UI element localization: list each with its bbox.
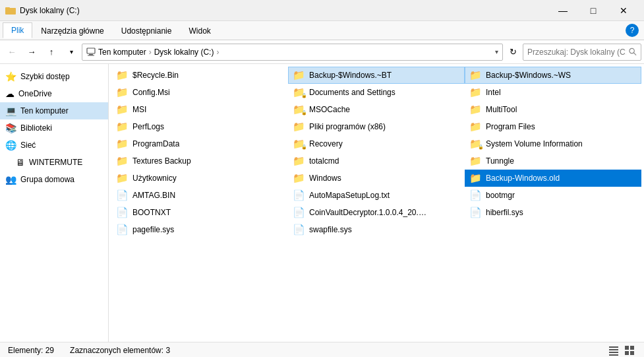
file-item-perflogs[interactable]: 📁 PerfLogs	[111, 118, 288, 135]
address-crumb-root[interactable]: Ten komputer	[98, 48, 146, 57]
computer-sidebar-icon: 💻	[5, 106, 16, 116]
address-bar[interactable]: Ten komputer › Dysk lokalny (C:) › ▾	[82, 44, 503, 61]
file-name: totalcmd	[309, 156, 339, 166]
sidebar-item-computer[interactable]: 💻 Ten komputer	[0, 102, 108, 119]
file-name: Program Files	[486, 122, 535, 131]
file-item-automapa-log[interactable]: 📄 AutoMapaSetupLog.txt	[288, 187, 465, 204]
file-item-bootnxt[interactable]: 📄 BOOTNXT	[111, 204, 288, 221]
file-name: Windows	[309, 174, 341, 183]
sidebar-item-libraries[interactable]: 📚 Biblioteki	[0, 119, 108, 137]
address-sep-1: ›	[149, 48, 152, 57]
file-item-programdata[interactable]: 📁 ProgramData	[111, 135, 288, 152]
svg-rect-4	[88, 55, 94, 55]
svg-rect-11	[625, 346, 629, 350]
homegroup-icon: 👥	[5, 174, 16, 185]
address-crumb-drive[interactable]: Dysk lokalny (C:)	[154, 48, 214, 57]
up-button[interactable]: ↑	[42, 43, 61, 61]
search-bar[interactable]	[523, 44, 641, 61]
view-tiles-button[interactable]	[623, 344, 636, 357]
file-item-config-msi[interactable]: 📁 Config.Msi	[111, 84, 288, 101]
file-item-coinvault[interactable]: 📄 CoinVaultDecryptor.1.0.0.4_20.04.20...	[288, 204, 465, 221]
svg-rect-9	[609, 352, 618, 353]
file-item-bootmgr[interactable]: 📄 bootmgr	[465, 187, 641, 204]
refresh-button[interactable]: ↻	[504, 44, 521, 61]
file-name: $Recycle.Bin	[132, 71, 179, 80]
file-item-pagefile[interactable]: 📄 pagefile.sys	[111, 221, 288, 238]
file-icon: 📄	[116, 224, 129, 236]
folder-icon: 📁	[116, 138, 129, 150]
file-item-documents-settings[interactable]: 📁🔒 Documents and Settings	[288, 84, 465, 101]
file-item-backup-ws[interactable]: 📁 Backup-$Windows.~WS	[465, 67, 641, 84]
file-item-windows[interactable]: 📁 Windows	[288, 170, 465, 187]
network-icon: 🌐	[5, 140, 16, 150]
sidebar-item-network[interactable]: 🌐 Sieć	[0, 137, 108, 154]
tab-widok[interactable]: Widok	[180, 23, 219, 38]
sidebar-item-wintermute[interactable]: 🖥 WINTERMUTE	[0, 154, 108, 171]
file-item-tunngle[interactable]: 📁 Tunngle	[465, 152, 641, 170]
file-icon: 📄	[469, 189, 482, 201]
file-name: Textures Backup	[132, 156, 191, 166]
file-item-msi[interactable]: 📁 MSI	[111, 101, 288, 118]
address-sep-2: ›	[216, 48, 219, 57]
file-name: Documents and Settings	[309, 88, 395, 97]
file-name: Config.Msi	[132, 88, 170, 97]
file-icon: 📄	[293, 189, 305, 201]
file-item-uzytkownicy[interactable]: 📁 Użytkownicy	[111, 170, 288, 187]
main-layout: ⭐ Szybki dostęp ☁ OneDrive 💻 Ten kompute…	[0, 64, 644, 342]
minimize-button[interactable]: —	[548, 0, 578, 21]
file-item-backup-bt[interactable]: 📁 Backup-$Windows.~BT	[288, 67, 465, 84]
folder-icon: 📁	[116, 121, 129, 133]
file-item-recovery[interactable]: 📁🔒 Recovery	[288, 135, 465, 152]
tab-plik[interactable]: Plik	[3, 22, 32, 38]
search-input[interactable]	[527, 48, 626, 57]
file-item-textures-backup[interactable]: 📁 Textures Backup	[111, 152, 288, 170]
file-name: MSOCache	[309, 105, 350, 114]
folder-icon: 📁	[469, 104, 482, 115]
back-button[interactable]: ←	[3, 43, 21, 61]
file-item-sysvolinfo[interactable]: 📁🔒 System Volume Information	[465, 135, 641, 152]
file-name: Backup-$Windows.~BT	[309, 71, 392, 80]
ribbon: Plik Narzędzia główne Udostępnianie Wido…	[0, 21, 644, 40]
file-item-backup-windows-old[interactable]: 📁 Backup-Windows.old	[465, 170, 641, 187]
file-name: swapfile.sys	[309, 225, 352, 234]
file-item-hiberfil[interactable]: 📄 hiberfil.sys	[465, 204, 641, 221]
sidebar-item-onedrive[interactable]: ☁ OneDrive	[0, 85, 108, 102]
tiles-icon	[624, 345, 635, 356]
file-item-amtag[interactable]: 📄 AMTAG.BIN	[111, 187, 288, 204]
file-item-pliki-programow[interactable]: 📁 Pliki programów (x86)	[288, 118, 465, 135]
address-dropdown-button[interactable]: ▾	[495, 48, 498, 55]
tab-narzedzia[interactable]: Narzędzia główne	[32, 23, 112, 38]
svg-rect-10	[609, 354, 618, 356]
file-name: Backup-Windows.old	[486, 174, 560, 183]
sidebar: ⭐ Szybki dostęp ☁ OneDrive 💻 Ten kompute…	[0, 64, 109, 342]
folder-icon: 📁	[469, 86, 482, 98]
file-item-multitool[interactable]: 📁 MultiTool	[465, 101, 641, 118]
file-name: MSI	[132, 105, 146, 114]
folder-icon: 📁	[293, 155, 305, 167]
help-button[interactable]: ?	[626, 24, 639, 37]
computer-icon	[86, 48, 96, 57]
folder-icon: 📁	[116, 172, 129, 184]
file-item-totalcmd[interactable]: 📁 totalcmd	[288, 152, 465, 170]
maximize-button[interactable]: □	[578, 0, 608, 21]
star-icon: ⭐	[5, 71, 16, 82]
file-item-recycle-bin[interactable]: 📁 $Recycle.Bin	[111, 67, 288, 84]
file-item-program-files[interactable]: 📁 Program Files	[465, 118, 641, 135]
status-view-controls	[607, 344, 636, 357]
tab-udostepnianie[interactable]: Udostępnianie	[113, 23, 181, 38]
folder-icon: 📁	[116, 155, 129, 167]
recent-button[interactable]: ▾	[62, 43, 80, 61]
file-name: Recovery	[309, 139, 343, 148]
folder-highlight-icon: 📁	[469, 172, 482, 184]
forward-button[interactable]: →	[22, 43, 41, 61]
folder-locked-icon-3: 📁🔒	[293, 138, 305, 150]
view-details-button[interactable]	[607, 344, 620, 357]
close-button[interactable]: ✕	[608, 0, 639, 21]
sidebar-item-quick-access[interactable]: ⭐ Szybki dostęp	[0, 68, 108, 85]
file-item-intel[interactable]: 📁 Intel	[465, 84, 641, 101]
folder-icon: 📁	[293, 121, 305, 133]
file-item-msocache[interactable]: 📁🔒 MSOCache	[288, 101, 465, 118]
search-icon	[629, 48, 637, 56]
sidebar-item-homegroup[interactable]: 👥 Grupa domowa	[0, 171, 108, 188]
file-item-swapfile[interactable]: 📄 swapfile.sys	[288, 221, 465, 238]
